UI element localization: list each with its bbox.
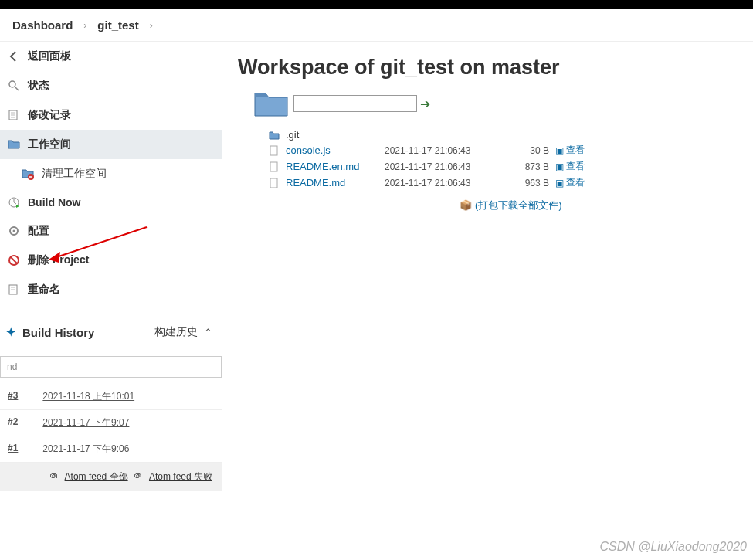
file-view-link[interactable]: ▣查看	[555, 144, 585, 157]
build-id-link[interactable]: #2	[8, 416, 18, 429]
sidebar-item-wipe-workspace[interactable]: 清理工作空间	[0, 159, 222, 188]
page-title: Workspace of git_test on master	[238, 56, 738, 80]
file-view-link[interactable]: ▣查看	[555, 160, 585, 173]
build-row[interactable]: #2 2021-11-17 下午9:07	[0, 410, 222, 436]
breadcrumb-job[interactable]: git_test	[91, 19, 144, 32]
chevron-up-icon: ⌃	[204, 327, 212, 338]
package-icon: 📦	[460, 199, 472, 211]
sidebar-item-status[interactable]: 状态	[0, 71, 222, 100]
sidebar-item-back[interactable]: 返回面板	[0, 42, 222, 71]
notepad-icon	[8, 283, 20, 296]
workspace-path-input[interactable]	[293, 95, 417, 112]
file-date: 2021-11-17 21:06:43	[385, 161, 500, 172]
file-name[interactable]: .git	[286, 129, 378, 141]
file-icon	[269, 178, 280, 188]
chevron-right-icon: ›	[145, 20, 158, 31]
build-id-link[interactable]: #3	[8, 390, 18, 403]
folder-delete-icon	[22, 168, 34, 180]
file-size: 30 B	[507, 145, 549, 156]
folder-icon	[8, 138, 20, 151]
download-all-link[interactable]: (打包下载全部文件)	[475, 199, 562, 211]
sidebar-item-changes[interactable]: 修改记录	[0, 100, 222, 130]
svg-line-1	[15, 87, 19, 90]
sidebar-item-label: Build Now	[28, 196, 80, 209]
rss-icon: ෧	[49, 471, 59, 482]
download-all-row: 📦 (打包下载全部文件)	[284, 199, 738, 212]
terminal-icon: ▣	[555, 161, 564, 172]
file-list: .git console.js 2021-11-17 21:06:43 30 B…	[269, 127, 738, 191]
folder-icon	[253, 89, 289, 118]
clock-play-icon	[8, 196, 20, 209]
sidebar: 返回面板 状态 修改记录 工作空间 清理工作空间 Build Now 配置	[0, 42, 222, 560]
svg-rect-18	[270, 162, 277, 171]
build-history-title: Build History	[22, 326, 94, 339]
header-bar	[0, 0, 753, 9]
build-filter-input[interactable]	[1, 357, 221, 377]
file-name[interactable]: README.md	[286, 177, 378, 188]
build-time-link[interactable]: 2021-11-17 下午9:06	[42, 443, 129, 456]
file-view-link[interactable]: ▣查看	[555, 176, 585, 189]
file-name[interactable]: console.js	[286, 144, 378, 156]
folder-icon	[269, 130, 280, 141]
build-row[interactable]: #3 2021-11-18 上午10:01	[0, 384, 222, 410]
sidebar-item-delete[interactable]: 删除 Project	[0, 246, 222, 275]
sidebar-item-rename[interactable]: 重命名	[0, 275, 222, 304]
build-filter	[0, 356, 222, 378]
atom-feed-fail-link[interactable]: Atom feed 失败	[149, 471, 212, 482]
terminal-icon: ▣	[555, 145, 564, 156]
rss-icon: ෧	[134, 471, 144, 482]
arrow-left-icon	[8, 50, 20, 63]
build-time-link[interactable]: 2021-11-18 上午10:01	[42, 390, 134, 403]
sidebar-item-label: 重命名	[28, 283, 60, 297]
sidebar-item-configure[interactable]: 配置	[0, 216, 222, 246]
feed-row: ෧Atom feed 全部 ෧Atom feed 失败	[0, 463, 222, 491]
file-size: 873 B	[507, 161, 549, 172]
workspace-path-row: ➔	[253, 89, 738, 118]
svg-rect-19	[270, 178, 277, 188]
sidebar-item-build-now[interactable]: Build Now	[0, 188, 222, 216]
file-icon	[269, 161, 280, 172]
sidebar-item-label: 工作空间	[28, 137, 71, 151]
file-icon	[269, 145, 280, 156]
watermark: CSDN @LiuXiaodong2020	[599, 540, 747, 554]
build-history-subtitle: 构建历史	[154, 325, 198, 339]
breadcrumb-dashboard[interactable]: Dashboard	[6, 19, 79, 32]
notepad-icon	[8, 109, 20, 121]
sidebar-item-workspace[interactable]: 工作空间	[0, 130, 222, 159]
file-name[interactable]: README.en.md	[286, 161, 378, 172]
go-arrow-icon[interactable]: ➔	[420, 97, 430, 111]
chevron-right-icon: ›	[79, 20, 91, 31]
file-row-folder[interactable]: .git	[269, 127, 738, 142]
svg-point-11	[13, 230, 15, 232]
sidebar-item-label: 状态	[28, 79, 49, 93]
file-size: 963 B	[507, 178, 549, 188]
svg-rect-17	[270, 146, 277, 155]
svg-point-0	[9, 81, 15, 87]
sidebar-item-label: 配置	[28, 224, 49, 238]
build-row[interactable]: #1 2021-11-17 下午9:06	[0, 436, 222, 463]
build-history-header[interactable]: ✦ Build History 构建历史 ⌃	[0, 314, 222, 350]
build-time-link[interactable]: 2021-11-17 下午9:07	[42, 416, 129, 429]
terminal-icon: ▣	[555, 178, 564, 188]
file-row: console.js 2021-11-17 21:06:43 30 B ▣查看	[269, 142, 738, 158]
magnifier-icon	[8, 80, 20, 92]
file-date: 2021-11-17 21:06:43	[385, 178, 500, 188]
gear-icon	[8, 225, 20, 237]
sidebar-item-label: 清理工作空间	[42, 167, 107, 181]
sidebar-item-label: 返回面板	[28, 49, 71, 63]
sidebar-item-label: 修改记录	[28, 108, 71, 122]
file-date: 2021-11-17 21:06:43	[385, 145, 500, 156]
main-panel: Workspace of git_test on master ➔ .git c…	[222, 42, 753, 560]
breadcrumb: Dashboard › git_test ›	[0, 9, 753, 42]
file-row: README.md 2021-11-17 21:06:43 963 B ▣查看	[269, 175, 738, 191]
history-icon: ✦	[6, 325, 16, 339]
file-row: README.en.md 2021-11-17 21:06:43 873 B ▣…	[269, 158, 738, 175]
no-entry-icon	[8, 254, 20, 266]
sidebar-item-label: 删除 Project	[28, 253, 89, 267]
build-id-link[interactable]: #1	[8, 443, 18, 456]
atom-feed-all-link[interactable]: Atom feed 全部	[65, 471, 128, 482]
